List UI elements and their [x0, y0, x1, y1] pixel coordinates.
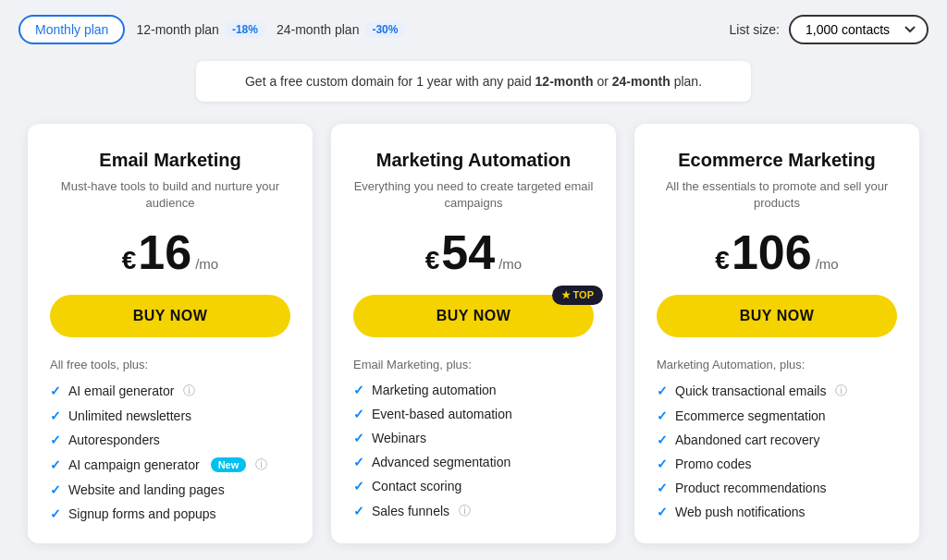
twenty-four-month-discount: -30%	[364, 21, 405, 38]
plan-description: Must-have tools to build and nurture you…	[50, 178, 290, 212]
check-icon: ✓	[657, 481, 668, 495]
buy-button-wrapper: BUY NOW	[50, 295, 290, 358]
price-period: /mo	[816, 256, 839, 272]
price-currency: €	[425, 246, 440, 275]
monthly-plan-button[interactable]: Monthly plan	[18, 15, 125, 44]
features-label: All free tools, plus:	[50, 358, 290, 371]
top-badge: ★ TOP	[552, 286, 603, 305]
check-icon: ✓	[353, 455, 364, 469]
plan-description: Everything you need to create targeted e…	[353, 178, 594, 212]
feature-text: Autoresponders	[68, 432, 160, 447]
page-wrapper: Monthly plan 12-month plan -18% 24-month…	[0, 0, 947, 558]
feature-item: ✓ Marketing automation	[353, 383, 594, 397]
feature-item: ✓ Signup forms and popups	[50, 506, 290, 521]
feature-list: ✓ AI email generator ⓘ ✓ Unlimited newsl…	[50, 383, 290, 521]
plan-price: € 106 /mo	[657, 228, 897, 276]
check-icon: ✓	[657, 505, 668, 519]
check-icon: ✓	[50, 482, 61, 497]
feature-text: Product recommendations	[675, 481, 826, 495]
price-amount: 54	[441, 228, 495, 276]
promo-text-mid: or	[594, 74, 612, 89]
price-amount: 16	[138, 228, 191, 276]
feature-text: Contact scoring	[372, 479, 461, 493]
check-icon: ✓	[50, 506, 61, 521]
feature-text: Unlimited newsletters	[68, 408, 191, 423]
info-icon[interactable]: ⓘ	[183, 383, 195, 399]
check-icon: ✓	[50, 457, 61, 472]
feature-item: ✓ Ecommerce segmentation	[657, 408, 897, 423]
info-icon[interactable]: ⓘ	[255, 457, 267, 473]
feature-text: Marketing automation	[372, 383, 497, 397]
feature-text: Advanced segmentation	[372, 455, 510, 469]
feature-text: Ecommerce segmentation	[675, 408, 826, 423]
check-icon: ✓	[353, 479, 364, 493]
feature-item: ✓ Promo codes	[657, 457, 897, 471]
feature-item: ✓ Quick transactional emails ⓘ	[657, 383, 897, 399]
twenty-four-month-plan-button[interactable]: 24-month plan -30%	[277, 21, 406, 38]
promo-text-after: plan.	[670, 74, 702, 89]
plan-price: € 16 /mo	[50, 228, 290, 276]
twelve-month-discount: -18%	[225, 21, 265, 38]
feature-text: AI email generator	[68, 383, 174, 398]
plan-selector: Monthly plan 12-month plan -18% 24-month…	[18, 15, 929, 44]
check-icon: ✓	[657, 432, 668, 447]
promo-text-before: Get a free custom domain for 1 year with…	[245, 74, 535, 89]
check-icon: ✓	[657, 383, 668, 398]
plan-title: Email Marketing	[50, 150, 290, 171]
feature-item: ✓ Autoresponders	[50, 432, 290, 447]
new-badge: New	[211, 457, 247, 472]
feature-text: Web push notifications	[675, 505, 806, 519]
feature-item: ✓ Unlimited newsletters	[50, 408, 290, 423]
feature-text: Abandoned cart recovery	[675, 432, 819, 447]
price-amount: 106	[732, 228, 812, 276]
feature-text: Signup forms and popups	[68, 506, 216, 521]
twelve-month-plan-button[interactable]: 12-month plan -18%	[136, 21, 265, 38]
feature-text: Webinars	[372, 431, 426, 445]
feature-item: ✓ Contact scoring	[353, 479, 594, 493]
buy-button-wrapper: BUY NOW	[657, 295, 897, 358]
price-period: /mo	[195, 256, 218, 272]
feature-list: ✓ Quick transactional emails ⓘ ✓ Ecommer…	[657, 383, 897, 519]
price-currency: €	[715, 246, 730, 275]
check-icon: ✓	[50, 408, 61, 423]
feature-item: ✓ Web push notifications	[657, 505, 897, 519]
buy-now-button[interactable]: BUY NOW	[657, 295, 897, 337]
promo-banner: Get a free custom domain for 1 year with…	[196, 61, 751, 102]
check-icon: ✓	[353, 407, 364, 421]
feature-item: ✓ Website and landing pages	[50, 482, 290, 497]
check-icon: ✓	[353, 504, 364, 518]
feature-text: Quick transactional emails	[675, 383, 826, 398]
promo-bold-2: 24-month	[612, 74, 670, 89]
check-icon: ✓	[657, 408, 668, 423]
feature-item: ✓ Product recommendations	[657, 481, 897, 495]
buy-button-wrapper: BUY NOW ★ TOP	[353, 295, 594, 358]
price-period: /mo	[498, 256, 522, 272]
info-icon[interactable]: ⓘ	[835, 383, 847, 399]
plan-price: € 54 /mo	[353, 228, 594, 276]
list-size-select[interactable]: 500 contacts 1,000 contacts 2,500 contac…	[789, 15, 929, 44]
feature-item: ✓ AI email generator ⓘ	[50, 383, 290, 399]
feature-text: Website and landing pages	[68, 482, 225, 497]
feature-item: ✓ Abandoned cart recovery	[657, 432, 897, 447]
info-icon[interactable]: ⓘ	[459, 503, 471, 519]
plan-title: Marketing Automation	[353, 150, 594, 171]
price-currency: €	[122, 246, 137, 275]
features-label: Marketing Automation, plus:	[657, 358, 897, 371]
promo-bold-1: 12-month	[535, 74, 594, 89]
feature-text: Event-based automation	[372, 407, 512, 421]
feature-item: ✓ Advanced segmentation	[353, 455, 594, 469]
plan-description: All the essentials to promote and sell y…	[657, 178, 897, 212]
buy-now-button[interactable]: BUY NOW	[50, 295, 290, 337]
twelve-month-label: 12-month plan	[136, 22, 219, 37]
plan-card-automation: Marketing Automation Everything you need…	[331, 124, 616, 543]
check-icon: ✓	[50, 432, 61, 447]
feature-list: ✓ Marketing automation ✓ Event-based aut…	[353, 383, 594, 519]
feature-item: ✓ Sales funnels ⓘ	[353, 503, 594, 519]
feature-text: Promo codes	[675, 457, 751, 471]
cards-container: Email Marketing Must-have tools to build…	[18, 124, 929, 543]
list-size-label: List size:	[730, 22, 780, 37]
plan-card-ecommerce: Ecommerce Marketing All the essentials t…	[634, 124, 919, 543]
check-icon: ✓	[657, 457, 668, 471]
check-icon: ✓	[50, 383, 61, 398]
feature-item: ✓ AI campaign generator New ⓘ	[50, 457, 290, 473]
